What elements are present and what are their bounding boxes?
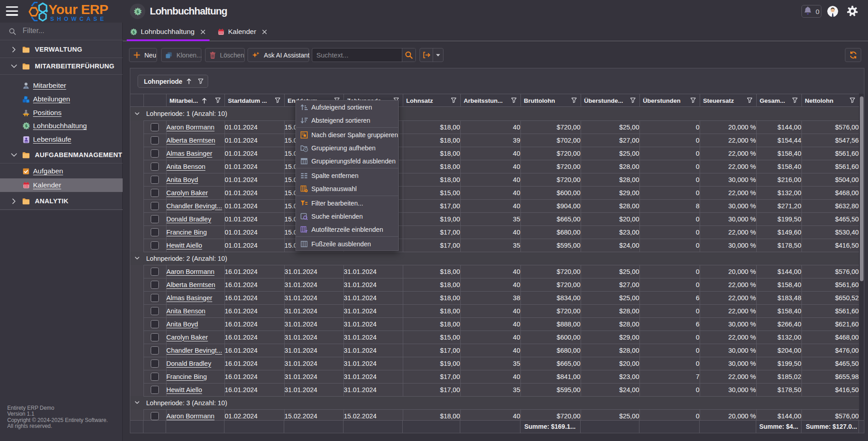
svg-text:SHOWCASE: SHOWCASE: [50, 16, 107, 22]
svg-text:$: $: [136, 9, 139, 14]
svg-text:Your ERP: Your ERP: [48, 2, 108, 17]
svg-text:$: $: [133, 29, 135, 34]
svg-text:$: $: [25, 124, 27, 128]
